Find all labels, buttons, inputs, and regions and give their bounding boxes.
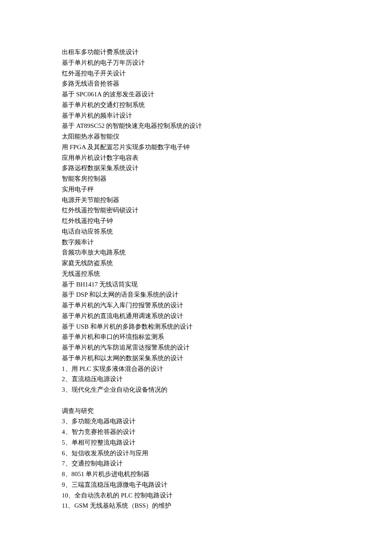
list-item: 4、智力竞赛抢答器的设计	[62, 427, 334, 437]
list-item: 智能客房控制器	[62, 173, 334, 184]
list-item: 基于单片机的交通灯控制系统	[62, 100, 334, 110]
list-item: 3、多功能充电器电路设计	[62, 416, 334, 427]
list-item: 11、GSM 无线基站系统（BSS）的维护	[62, 500, 334, 511]
list-item: 基于 DSP 和以太网的语音采集系统的设计	[62, 289, 334, 300]
list-item: 基于单片机的汽车入库门控报警系统的设计	[62, 300, 334, 311]
list-item: 8、8051 单片机步进电机控制器	[62, 469, 334, 480]
list-item: 出租车多功能计费系统设计	[62, 47, 334, 58]
list-item: 用 FPGA 及其配置芯片实现多功能数字电子钟	[62, 142, 334, 153]
list-item: 红外线遥控电子钟	[62, 216, 334, 226]
list-item: 数字频率计	[62, 237, 334, 248]
list-item: 家庭无线防盗系统	[62, 258, 334, 269]
list-item: 9、三端直流稳压电源微电子电路设计	[62, 480, 334, 490]
list-item: 6、短信收发系统的设计与应用	[62, 448, 334, 459]
list-item: 7、交通控制电路设计	[62, 458, 334, 469]
list-item: 5、单相可控整流电路设计	[62, 437, 334, 448]
list-item: 电源开关节能控制器	[62, 195, 334, 205]
list-item: 实用电子秤	[62, 184, 334, 195]
list-item: 10、全自动洗衣机的 PLC 控制电路设计	[62, 490, 334, 501]
list-item: 电话自动应答系统	[62, 226, 334, 237]
list-item: 红外遥控电子开关设计	[62, 68, 334, 79]
list-item: 基于单片机的直流电机通用调速系统的设计	[62, 311, 334, 321]
list-item: 音频功率放大电路系统	[62, 247, 334, 258]
list-item: 无线遥控系统	[62, 269, 334, 279]
list-item: 3、现代化生产企业自动化设备情况的	[62, 384, 334, 395]
list-item: 基于单片机和以太网的数据采集系统的设计	[62, 353, 334, 364]
list-item: 红外线遥控智能密码锁设计	[62, 205, 334, 216]
document-page: 出租车多功能计费系统设计 基于单片机的电子万年历设计 红外遥控电子开关设计 多路…	[0, 0, 334, 511]
list-item: 2、直流稳压电源设计	[62, 374, 334, 384]
list-item: 太阳能热水器智能仪	[62, 131, 334, 142]
list-item: 基于 AT89SC52 的智能快速充电器控制系统的设计	[62, 121, 334, 131]
list-item: 1、用 PLC 实现多液体混合器的设计	[62, 364, 334, 374]
blank-line	[62, 395, 334, 406]
list-item: 基于 USB 和单片机的多路参数检测系统的设计	[62, 321, 334, 332]
list-item: 调查与研究	[62, 406, 334, 416]
list-item: 基于 SPC061A 的波形发生器设计	[62, 89, 334, 100]
list-item: 应用单片机设计数字电容表	[62, 153, 334, 163]
list-item: 基于单片机和串口的环境指标监测系	[62, 332, 334, 342]
list-item: 多路无线语音抢答器	[62, 78, 334, 89]
list-item: 多路远程数据采集系统设计	[62, 163, 334, 173]
list-item: 基于 BH1417 无线话筒实现	[62, 279, 334, 290]
list-item: 基于单片机的汽车防追尾雷达报警系统的设计	[62, 342, 334, 353]
list-item: 基于单片机的频率计设计	[62, 110, 334, 121]
list-item: 基于单片机的电子万年历设计	[62, 58, 334, 68]
